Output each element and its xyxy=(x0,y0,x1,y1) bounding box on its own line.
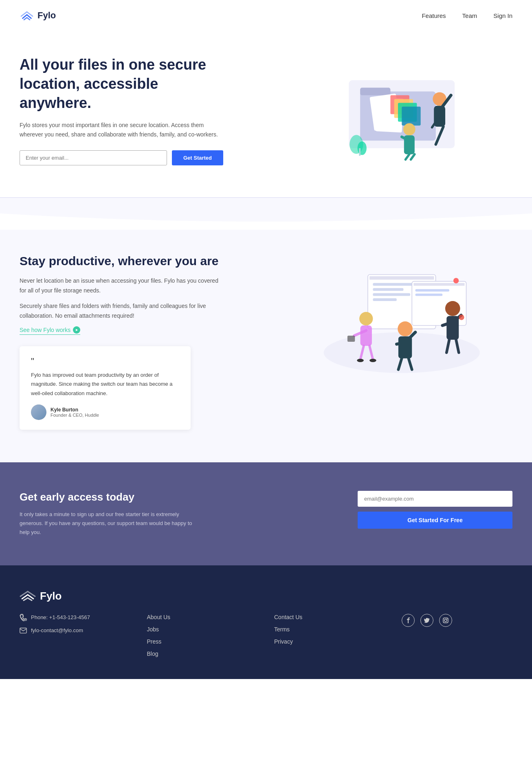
hero-section: All your files in one secure location, a… xyxy=(0,31,532,198)
svg-point-42 xyxy=(369,359,376,362)
footer-logo-text: Fylo xyxy=(40,590,62,602)
svg-point-41 xyxy=(357,359,364,362)
hero-heading: All your files in one secure location, a… xyxy=(20,55,223,112)
svg-line-17 xyxy=(405,154,409,160)
quote-mark: " xyxy=(31,356,179,367)
footer-privacy[interactable]: Privacy xyxy=(274,638,385,645)
hero-illustration xyxy=(291,57,513,163)
ea-email-input[interactable] xyxy=(358,491,512,507)
footer-press[interactable]: Press xyxy=(147,638,258,645)
logo-icon xyxy=(20,10,34,21)
author-title: Founder & CEO, Huddle xyxy=(51,413,99,418)
footer-contact: Phone: +1-543-123-4567 fylo-contact@fylo… xyxy=(20,614,131,663)
svg-point-34 xyxy=(453,278,458,284)
footer-links-col1: About Us Jobs Press Blog xyxy=(147,614,258,663)
footer: Fylo Phone: +1-543-123-4567 fylo- xyxy=(0,565,532,679)
instagram-icon[interactable] xyxy=(439,614,452,627)
svg-rect-29 xyxy=(373,299,396,301)
footer-email-contact: fylo-contact@fylo.com xyxy=(20,627,131,634)
hero-email-input[interactable] xyxy=(20,150,167,165)
testimonial-card: " Fylo has improved out team productivit… xyxy=(20,346,191,429)
curve-divider xyxy=(0,197,532,230)
svg-line-46 xyxy=(396,343,405,344)
svg-point-55 xyxy=(459,315,464,320)
phone-icon xyxy=(20,614,27,621)
twitter-icon[interactable] xyxy=(420,614,433,627)
productive-illustration-container xyxy=(291,254,513,378)
nav-features[interactable]: Features xyxy=(422,12,446,19)
navbar: Fylo Features Team Sign In xyxy=(0,0,532,31)
svg-rect-27 xyxy=(373,288,403,291)
facebook-icon[interactable] xyxy=(402,614,415,627)
footer-about[interactable]: About Us xyxy=(147,614,258,620)
productive-heading: Stay productive, wherever you are xyxy=(20,254,223,268)
svg-rect-31 xyxy=(413,283,464,286)
productive-para2: Securely share files and folders with fr… xyxy=(20,301,223,321)
early-access-inner: Get early access today It only takes a m… xyxy=(20,491,512,537)
logo[interactable]: Fylo xyxy=(20,10,56,21)
ea-description: It only takes a minute to sign up and ou… xyxy=(20,510,199,537)
svg-rect-26 xyxy=(373,283,413,286)
svg-rect-38 xyxy=(347,336,354,342)
author-info: Kyle Burton Founder & CEO, Huddle xyxy=(51,407,99,418)
footer-terms[interactable]: Terms xyxy=(274,626,385,633)
hero-description: Fylo stores your most important files in… xyxy=(20,121,223,139)
svg-rect-28 xyxy=(373,293,410,296)
svg-rect-25 xyxy=(369,276,434,279)
svg-rect-21 xyxy=(359,148,361,156)
early-access-section: Get early access today It only takes a m… xyxy=(0,462,532,565)
footer-logo-icon xyxy=(20,590,36,602)
svg-rect-22 xyxy=(0,197,532,198)
svg-point-58 xyxy=(444,619,447,622)
svg-rect-8 xyxy=(402,107,420,125)
footer-inner: Fylo Phone: +1-543-123-4567 fylo- xyxy=(20,590,512,663)
nav-signin[interactable]: Sign In xyxy=(493,12,512,19)
productive-para1: Never let location be an issue when acce… xyxy=(20,276,223,296)
footer-logo: Fylo xyxy=(20,590,512,602)
productive-content: Stay productive, wherever you are Never … xyxy=(20,254,223,429)
svg-point-59 xyxy=(446,619,447,620)
footer-social xyxy=(402,614,513,663)
avatar-image xyxy=(31,404,46,420)
see-how-link[interactable]: See how Fylo works xyxy=(20,326,80,335)
svg-rect-2 xyxy=(360,88,390,95)
hero-form: Get Started xyxy=(20,150,223,165)
hero-illustration-container xyxy=(291,57,513,163)
ea-heading: Get early access today xyxy=(20,491,199,503)
productive-section: Stay productive, wherever you are Never … xyxy=(0,230,532,462)
hero-cta-button[interactable]: Get Started xyxy=(172,150,223,165)
footer-grid: Phone: +1-543-123-4567 fylo-contact@fylo… xyxy=(20,614,512,663)
svg-point-14 xyxy=(403,123,415,136)
svg-rect-36 xyxy=(360,325,372,346)
testimonial-quote: Fylo has improved out team productivity … xyxy=(31,371,179,398)
author-name: Kyle Burton xyxy=(51,407,99,413)
logo-text: Fylo xyxy=(37,10,56,21)
footer-phone: Phone: +1-543-123-4567 xyxy=(20,614,131,621)
hero-content: All your files in one secure location, a… xyxy=(20,55,223,165)
avatar xyxy=(31,404,46,420)
svg-point-20 xyxy=(357,141,366,155)
hero-svg xyxy=(291,57,513,163)
svg-point-43 xyxy=(398,321,413,336)
ea-form: Get Started For Free xyxy=(358,491,512,529)
testimonial-author: Kyle Burton Founder & CEO, Huddle xyxy=(31,404,179,420)
email-text: fylo-contact@fylo.com xyxy=(31,627,83,633)
ea-cta-button[interactable]: Get Started For Free xyxy=(358,512,512,529)
productive-inner: Stay productive, wherever you are Never … xyxy=(20,254,512,429)
email-icon xyxy=(20,627,27,634)
nav-team[interactable]: Team xyxy=(462,12,477,19)
ea-content: Get early access today It only takes a m… xyxy=(20,491,199,537)
nav-links: Features Team Sign In xyxy=(422,12,512,19)
productive-svg xyxy=(291,254,513,376)
svg-rect-32 xyxy=(415,289,449,292)
footer-contact-us[interactable]: Contact Us xyxy=(274,614,385,620)
phone-text: Phone: +1-543-123-4567 xyxy=(31,614,90,620)
footer-blog[interactable]: Blog xyxy=(147,651,258,657)
svg-point-35 xyxy=(359,312,373,325)
svg-line-18 xyxy=(411,154,414,160)
svg-rect-56 xyxy=(20,628,26,633)
see-how-icon xyxy=(73,326,80,334)
svg-rect-57 xyxy=(443,618,448,623)
footer-jobs[interactable]: Jobs xyxy=(147,626,258,633)
svg-point-49 xyxy=(445,301,460,316)
